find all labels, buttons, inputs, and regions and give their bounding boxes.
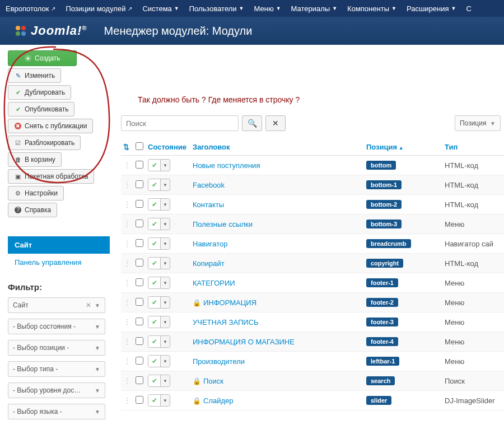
drag-handle[interactable]: ⋮ [123,376,131,385]
clear-icon[interactable]: ✕ [86,301,91,309]
edit-button[interactable]: Изменить [8,68,61,83]
module-title-link[interactable]: Поиск [203,377,223,385]
select-all-checkbox[interactable] [136,142,143,150]
state-toggle[interactable]: ✔▼ [148,159,170,171]
side-tabs: Сайт Панель управления [8,236,110,271]
drag-handle[interactable]: ⋮ [123,278,131,287]
filter-state[interactable]: - Выбор состояния -▼ [8,319,105,334]
nav-item[interactable]: Европотолок ↗ [6,4,55,13]
state-toggle[interactable]: ✔▼ [148,179,170,191]
drag-handle[interactable]: ⋮ [123,161,131,170]
state-toggle[interactable]: ✔▼ [148,335,170,348]
row-checkbox[interactable] [136,318,143,325]
help-button[interactable]: Справка [8,203,57,217]
module-title-link[interactable]: Слайдер [203,396,234,405]
sort-position-select[interactable]: Позиция ▼ [455,115,501,131]
state-toggle[interactable]: ✔▼ [148,375,170,387]
row-checkbox[interactable] [136,376,143,384]
publish-button[interactable]: Опубликовать [8,102,74,116]
toolbar: Создать Изменить Дублировать Опубликоват… [8,50,110,220]
module-title-link[interactable]: Новые поступления [193,161,260,170]
unlock-button[interactable]: Разблокировать [8,136,81,150]
drag-handle[interactable]: ⋮ [123,298,131,307]
row-checkbox[interactable] [136,396,143,404]
nav-item[interactable]: Расширения ▼ [407,4,456,13]
batch-button[interactable]: Пакетная обработка [8,169,94,184]
module-title-link[interactable]: Производители [193,357,245,366]
state-toggle[interactable]: ✔▼ [148,394,170,407]
chevron-down-icon: ▼ [95,345,100,351]
module-title-link[interactable]: Полезные ссылки [193,220,253,228]
drag-handle[interactable]: ⋮ [123,259,131,268]
caret-down-icon: ▼ [332,6,337,11]
col-state[interactable]: Состояние [146,139,190,156]
search-input[interactable] [121,115,239,131]
module-title-link[interactable]: Контакты [193,200,224,209]
row-checkbox[interactable] [136,337,143,345]
module-title-link[interactable]: Копирайт [193,259,225,268]
search-button[interactable]: 🔍 [242,115,262,131]
nav-item[interactable]: Пользователи ▼ [189,4,244,13]
drag-handle[interactable]: ⋮ [123,200,131,209]
module-title-link[interactable]: КАТЕГОРИИ [193,279,235,287]
col-title[interactable]: Заголовок [190,139,364,156]
drag-handle[interactable]: ⋮ [123,318,131,326]
drag-handle[interactable]: ⋮ [123,239,131,248]
state-toggle[interactable]: ✔▼ [148,237,170,250]
col-type[interactable]: Тип [442,139,504,156]
module-title-link[interactable]: УЧЕТНАЯ ЗАПИСЬ [193,318,259,326]
nav-item[interactable]: Меню ▼ [254,4,281,13]
external-icon: ↗ [128,6,132,12]
drag-handle[interactable]: ⋮ [123,180,131,189]
nav-item[interactable]: Материалы ▼ [291,4,338,13]
nav-item[interactable]: Система ▼ [142,4,179,13]
state-toggle[interactable]: ✔▼ [148,296,170,309]
filter-language[interactable]: - Выбор языка -▼ [8,404,105,419]
drag-handle[interactable]: ⋮ [123,396,131,405]
chevron-down-icon: ▼ [95,324,100,330]
module-title-link[interactable]: ИНФОРМАЦИЯ [203,298,256,307]
module-title-link[interactable]: Навигатор [193,240,227,248]
table-row: ⋮✔▼Facebookbottom-1HTML-код [121,175,504,195]
state-toggle[interactable]: ✔▼ [148,277,170,289]
row-checkbox[interactable] [136,259,143,267]
tab-cpanel[interactable]: Панель управления [8,254,110,271]
row-checkbox[interactable] [136,180,143,188]
nav-item[interactable]: С [466,4,471,13]
chevron-down-icon: ▼ [95,366,100,372]
tab-site[interactable]: Сайт [8,236,110,254]
create-button[interactable]: Создать [8,50,77,66]
filter-access[interactable]: - Выбор уровня дос…▼ [8,382,105,398]
row-checkbox[interactable] [136,220,143,227]
clear-search-button[interactable]: ✕ [265,115,286,131]
edit-icon [14,72,22,80]
nav-item[interactable]: Компоненты ▼ [347,4,396,13]
row-checkbox[interactable] [136,161,143,169]
row-checkbox[interactable] [136,278,143,286]
filter-position[interactable]: - Выбор позиции -▼ [8,340,105,356]
state-toggle[interactable]: ✔▼ [148,218,170,230]
drag-handle[interactable]: ⋮ [123,357,131,366]
position-badge: bottom-3 [366,220,402,228]
state-toggle[interactable]: ✔▼ [148,198,170,211]
unpublish-button[interactable]: Снять с публикации [8,119,93,133]
row-checkbox[interactable] [136,357,143,365]
duplicate-button[interactable]: Дублировать [8,85,71,100]
col-position[interactable]: Позиция [364,139,442,156]
trash-button[interactable]: В корзину [8,152,62,167]
nav-item[interactable]: Позиции модулей ↗ [66,4,132,13]
drag-handle[interactable]: ⋮ [123,337,131,346]
module-title-link[interactable]: Facebook [193,181,225,189]
row-checkbox[interactable] [136,200,143,208]
order-column-icon[interactable]: ⇅ [123,143,129,151]
drag-handle[interactable]: ⋮ [123,220,131,228]
state-toggle[interactable]: ✔▼ [148,355,170,367]
row-checkbox[interactable] [136,298,143,306]
filter-type[interactable]: - Выбор типа -▼ [8,361,105,377]
state-toggle[interactable]: ✔▼ [148,257,170,269]
options-button[interactable]: Настройки [8,186,64,200]
state-toggle[interactable]: ✔▼ [148,316,170,328]
row-checkbox[interactable] [136,239,143,247]
module-title-link[interactable]: ИНФОРМАЦИЯ О МАГАЗИНЕ [193,338,295,346]
filter-site[interactable]: Сайт✕▼ [8,297,105,313]
